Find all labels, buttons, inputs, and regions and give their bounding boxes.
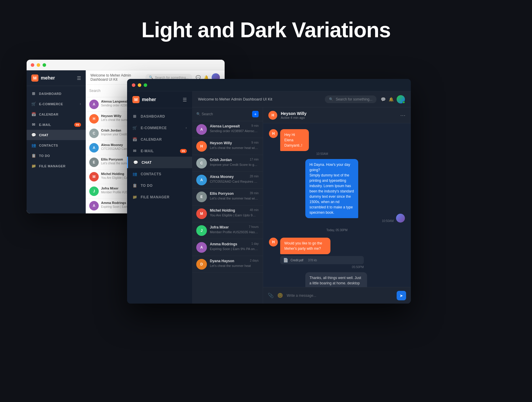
logo-icon: M: [31, 74, 38, 82]
sidebar-item-filemanager[interactable]: 📁 FILE MANAGER: [27, 161, 86, 171]
sidebar-item-todo-dark[interactable]: 📋 TO DO: [127, 180, 192, 191]
chat-detail-header-dark: H Heyson Willy Active 4 min ago ⋯: [263, 107, 411, 123]
avatar: C: [196, 158, 207, 168]
message-preview: Sending order #238907 Alensco new water …: [210, 129, 259, 133]
contact-name: Heyson Willy: [101, 114, 121, 118]
contact-name: Dyana Hayson: [210, 259, 234, 263]
chat-add-button-dark[interactable]: +: [252, 111, 259, 117]
maximize-dot[interactable]: [43, 63, 46, 67]
chat-item-info: Dyana Hayson 2 days Let's cheat the summ…: [210, 259, 259, 268]
filemanager-icon-dark: 📁: [132, 195, 137, 199]
sidebar-item-dashboard-dark[interactable]: ⊞ DASHBOARD: [127, 111, 192, 122]
options-icon-dark[interactable]: ⋯: [400, 112, 406, 119]
chat-item-info: Amma Rodrings 1 day Expiring Soon | Earn…: [210, 242, 259, 251]
sidebar-item-chat-dark[interactable]: 💬 CHAT: [127, 157, 192, 168]
nav-label: TO DO: [39, 154, 50, 158]
contact-avatar-dark: H: [268, 111, 277, 120]
minimize-dot[interactable]: [37, 63, 40, 67]
message-content: Thanks, all things went well. Just a lit…: [305, 272, 394, 287]
contact-name: Alexa Mooney: [101, 143, 123, 147]
message-bubble: Thanks, all things went well. Just a lit…: [305, 272, 367, 287]
sidebar-item-dashboard[interactable]: ⊞ DASHBOARD: [27, 88, 86, 99]
sidebar-item-calendar-dark[interactable]: 📅 CALENDAR: [127, 134, 192, 145]
message-input[interactable]: Write a message...: [287, 294, 393, 298]
message-row: H Would you like to go the Meher's party…: [269, 238, 405, 269]
chat-search-dark[interactable]: 🔍 Search: [196, 112, 252, 116]
nav-label-dark: CHAT: [142, 161, 152, 165]
message-timestamp: 05:50PM: [280, 265, 364, 269]
list-item[interactable]: A Amma Rodrings 1 day Expiring Soon | Ea…: [192, 239, 263, 256]
attachment-icon[interactable]: 📎: [268, 293, 274, 298]
sidebar-item-filemanager-dark[interactable]: 📁 FILE MANAGER: [127, 191, 192, 203]
search-placeholder-dark: Search for something...: [336, 97, 372, 101]
chat-detail-dark: H Heyson Willy Active 4 min ago ⋯ H: [263, 107, 411, 304]
close-dot[interactable]: [31, 63, 34, 67]
sidebar-item-chat[interactable]: 💬 CHAT: [27, 130, 86, 140]
sidebar-item-calendar[interactable]: 📅 CALENDAR: [27, 109, 86, 119]
sidebar-item-contacts-dark[interactable]: 👥 CONTACTS: [127, 168, 192, 180]
close-dot-dark[interactable]: [132, 83, 135, 87]
sidebar-item-email[interactable]: ✉ E-MAIL 05: [27, 119, 86, 130]
chat-icon: 💬: [31, 133, 36, 137]
hamburger-icon[interactable]: ☰: [77, 75, 81, 81]
hamburger-icon-dark[interactable]: ☰: [183, 97, 187, 103]
emoji-icon[interactable]: 😊: [277, 293, 283, 298]
sidebar-item-ecommerce[interactable]: 🛒 E-COMMERCE ›: [27, 99, 86, 109]
message-timestamp: 10:50AM: [305, 219, 394, 223]
avatar: M: [89, 172, 99, 181]
calendar-icon: 📅: [31, 112, 36, 116]
maximize-dot-dark[interactable]: [144, 83, 147, 87]
contact-name: Amma Rodrings: [101, 201, 126, 205]
message-content: Hi Dayna. How's your day going?Simply du…: [305, 159, 394, 223]
avatar: M: [196, 208, 207, 219]
list-item[interactable]: A Alexa Mooney 28 min CITC0552AAD Card R…: [192, 172, 263, 189]
list-item[interactable]: A Alensa Langwealt 9 min Sending order #…: [192, 121, 263, 138]
contact-name: Ellis Porryson: [210, 192, 234, 196]
chevron-icon-dark: ›: [186, 126, 187, 129]
contact-info-dark: Heyson Willy Active 4 min ago: [281, 111, 306, 119]
email-icon: ✉: [31, 122, 36, 127]
email-badge-dark: 05: [180, 149, 187, 153]
avatar-dark[interactable]: [397, 95, 405, 103]
nav-label-dark: TO DO: [141, 184, 153, 188]
message-bubble: Hey Hi Elena Damyanti..!: [280, 129, 309, 151]
sidebar-item-email-dark[interactable]: ✉ E-MAIL 05: [127, 145, 192, 157]
list-item[interactable]: H Heyson Willy 9 min Let's cheat the sum…: [192, 138, 263, 155]
message-time: 17 min: [250, 158, 259, 162]
message-time: 39 min: [250, 192, 259, 196]
nav-label-dark: CONTACTS: [141, 172, 161, 176]
contact-name: Alensa Langwealt: [210, 124, 240, 128]
calendar-icon-dark: 📅: [132, 137, 137, 142]
date-separator: Today, 05:30PM: [269, 228, 405, 232]
message-icon-dark[interactable]: 💬: [381, 97, 386, 102]
bell-icon-dark[interactable]: 🔔: [389, 97, 394, 102]
send-button[interactable]: ➤: [397, 291, 406, 300]
window-titlebar-dark: [127, 79, 411, 91]
window-content-dark: M meher ☰ ⊞ DASHBOARD 🛒 E-COMMERCE ›: [127, 91, 411, 304]
list-item[interactable]: C Crish Jordan 17 min Improve your Credi…: [192, 155, 263, 172]
main-content-dark: Welcome to Meher Admin Dashboard UI Kit …: [192, 91, 411, 304]
topbar-search-dark[interactable]: 🔍 Search for something...: [325, 95, 377, 103]
list-item[interactable]: E Ellis Porryson 39 min Let's cheat the …: [192, 189, 263, 205]
sidebar-light: M meher ☰ ⊞ DASHBOARD 🛒 E-COMMERCE ›: [27, 70, 86, 213]
minimize-dot-dark[interactable]: [138, 83, 141, 87]
message-bubble: Would you like to go the Meher's party w…: [280, 238, 330, 254]
avatar: J: [89, 187, 99, 196]
pdf-icon: 📄: [283, 258, 288, 262]
message-preview: Let's cheat the summer heat with cool ho…: [210, 146, 259, 150]
message-time: 7 hours: [249, 225, 259, 229]
sidebar-logo-dark: M meher ☰: [127, 91, 192, 108]
avatar: A: [89, 201, 99, 210]
nav-label: E-MAIL: [39, 123, 51, 127]
list-item[interactable]: D Dyana Hayson 2 days Let's cheat the su…: [192, 256, 263, 273]
topbar-welcome-dark: Welcome to Meher Admin Dashboard UI Kit: [198, 97, 321, 101]
list-item[interactable]: J Jofra Mixer 7 hours Member Profile #US…: [192, 222, 263, 239]
avatar: J: [196, 225, 207, 236]
sidebar-item-todo[interactable]: 📋 TO DO: [27, 150, 86, 161]
message-timestamp: 10:50AM: [280, 152, 328, 155]
sidebar-item-contacts[interactable]: 👥 CONTACTS: [27, 140, 86, 150]
sidebar-dark: M meher ☰ ⊞ DASHBOARD 🛒 E-COMMERCE ›: [127, 91, 192, 304]
sidebar-item-ecommerce-dark[interactable]: 🛒 E-COMMERCE ›: [127, 122, 192, 134]
list-item[interactable]: M Michel Holding 48 min You Are Eligible…: [192, 205, 263, 222]
message-time: 1 day: [252, 242, 259, 246]
